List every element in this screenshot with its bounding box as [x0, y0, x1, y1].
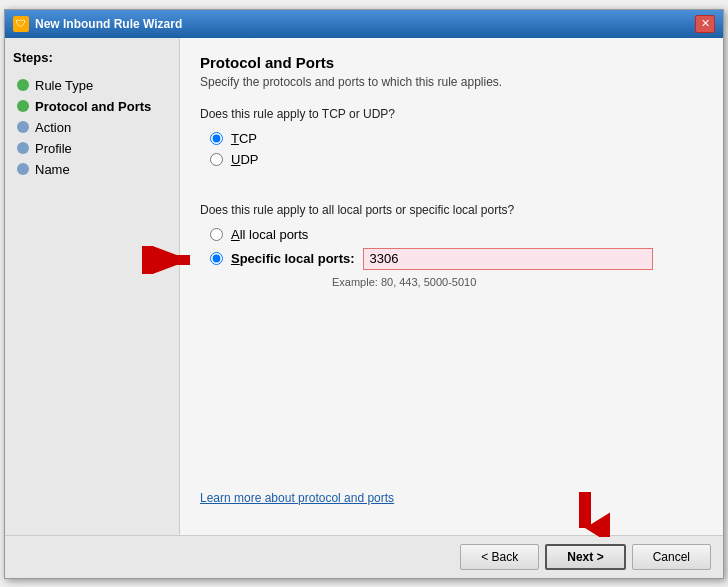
sidebar-item-profile[interactable]: Profile — [13, 138, 171, 159]
ports-section: Does this rule apply to all local ports … — [200, 203, 703, 288]
protocol-radio-group: TCP UDP — [210, 131, 703, 167]
learn-more-link[interactable]: Learn more about protocol and ports — [200, 491, 703, 505]
main-subtitle: Specify the protocols and ports to which… — [200, 75, 703, 89]
tcp-label: TCP — [231, 131, 257, 146]
udp-radio[interactable] — [210, 153, 223, 166]
back-button[interactable]: < Back — [460, 544, 539, 570]
window-icon: 🛡 — [13, 16, 29, 32]
specific-ports-row: Specific local ports: — [210, 248, 703, 270]
sidebar-item-name[interactable]: Name — [13, 159, 171, 180]
steps-label: Steps: — [13, 50, 171, 65]
dot-protocol-ports — [17, 100, 29, 112]
sidebar-label-protocol-ports: Protocol and Ports — [35, 99, 151, 114]
spacer — [200, 288, 703, 491]
cancel-button[interactable]: Cancel — [632, 544, 711, 570]
close-button[interactable]: ✕ — [695, 15, 715, 33]
sidebar-label-name: Name — [35, 162, 70, 177]
sidebar-item-rule-type[interactable]: Rule Type — [13, 75, 171, 96]
main-panel: Protocol and Ports Specify the protocols… — [180, 38, 723, 535]
tcp-radio[interactable] — [210, 132, 223, 145]
udp-label: UDP — [231, 152, 258, 167]
footer: < Back Next > Cancel — [5, 535, 723, 578]
tcp-radio-item[interactable]: TCP — [210, 131, 703, 146]
sidebar-item-protocol-ports[interactable]: Protocol and Ports — [13, 96, 171, 117]
sidebar-label-rule-type: Rule Type — [35, 78, 93, 93]
dot-action — [17, 121, 29, 133]
window-title: New Inbound Rule Wizard — [35, 17, 182, 31]
udp-radio-item[interactable]: UDP — [210, 152, 703, 167]
question-protocol: Does this rule apply to TCP or UDP? — [200, 107, 703, 121]
dot-profile — [17, 142, 29, 154]
specific-ports-radio[interactable] — [210, 252, 223, 265]
dot-rule-type — [17, 79, 29, 91]
next-button-container: Next > — [545, 544, 625, 570]
protocol-section: Does this rule apply to TCP or UDP? TCP … — [200, 107, 703, 167]
sidebar-label-profile: Profile — [35, 141, 72, 156]
red-arrow-right-1 — [5, 94, 6, 122]
down-arrow-indicator — [560, 492, 610, 537]
question-ports: Does this rule apply to all local ports … — [200, 203, 703, 217]
wizard-window: 🛡 New Inbound Rule Wizard ✕ Steps: Rule … — [4, 9, 724, 579]
sidebar: Steps: Rule Type Protocol and Ports — [5, 38, 180, 535]
content-area: Steps: Rule Type Protocol and Ports — [5, 38, 723, 535]
titlebar-controls: ✕ — [695, 15, 715, 33]
sidebar-item-action[interactable]: Action — [13, 117, 171, 138]
all-ports-label: All local ports — [231, 227, 308, 242]
red-arrow-right-2 — [142, 246, 197, 274]
dot-name — [17, 163, 29, 175]
next-button[interactable]: Next > — [545, 544, 625, 570]
specific-ports-label: Specific local ports: — [231, 251, 355, 266]
titlebar-left: 🛡 New Inbound Rule Wizard — [13, 16, 182, 32]
port-input[interactable] — [363, 248, 653, 270]
main-heading: Protocol and Ports — [200, 54, 703, 71]
all-ports-radio[interactable] — [210, 228, 223, 241]
specific-ports-radio-item[interactable]: Specific local ports: — [210, 251, 355, 266]
sidebar-label-action: Action — [35, 120, 71, 135]
all-ports-radio-item[interactable]: All local ports — [210, 227, 703, 242]
port-example: Example: 80, 443, 5000-5010 — [332, 276, 703, 288]
titlebar: 🛡 New Inbound Rule Wizard ✕ — [5, 10, 723, 38]
ports-radio-group: All local ports — [210, 227, 703, 276]
